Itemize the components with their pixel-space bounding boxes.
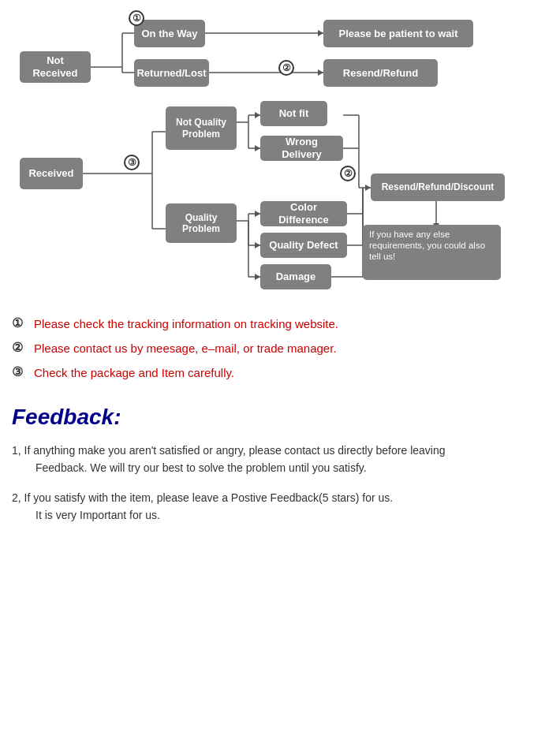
instruction-2: ② Please contact us by meesage, e–mail, … [12,340,548,356]
instruction-1-num: ① [12,315,29,330]
instruction-1-text: Please check the tracking information on… [34,315,338,332]
instruction-2-num: ② [12,340,29,355]
instruction-3-num: ③ [12,364,29,379]
box-if-you-have: If you have any else requirements, you c… [363,225,501,280]
svg-marker-30 [255,274,260,280]
box-not-received: Not Received [20,51,91,83]
box-resend-refund: Resend/Refund [323,59,438,87]
feedback-item-1-prefix: 1, If anything make you aren't satisfied… [12,442,548,459]
svg-marker-27 [255,242,260,248]
feedback-item-2-indent: It is very Important for us. [12,506,548,524]
circle-2b: ② [340,166,356,181]
feedback-item-1: 1, If anything make you aren't satisfied… [12,442,548,477]
svg-marker-17 [255,112,260,118]
box-wrong-delivery: Wrong Delivery [260,136,343,161]
box-received: Received [20,158,83,189]
instruction-3: ③ Check the package and Item carefully. [12,364,548,381]
box-resend-refund-discount: Resend/Refund/Discount [371,174,505,201]
box-quality-problem: Quality Problem [166,203,237,243]
instruction-1: ① Please check the tracking information … [12,315,548,332]
box-patient-wait: Please be patient to wait [323,20,473,47]
flowchart-area: Not Received On the Way Returned/Lost Pl… [12,8,548,308]
svg-marker-6 [318,30,323,36]
feedback-item-1-indent: Feedback. We will try our best to solve … [12,459,548,476]
svg-marker-34 [365,185,371,191]
svg-marker-24 [255,211,260,217]
feedback-item-2-prefix: 2, If you satisfy with the item, please … [12,489,548,506]
circle-1: ① [129,10,144,26]
feedback-title: Feedback: [12,405,548,430]
feedback-section: Feedback: 1, If anything make you aren't… [12,405,548,524]
box-color-difference: Color Difference [260,201,347,226]
box-quality-defect: Quality Defect [260,233,347,258]
instructions-section: ① Please check the tracking information … [12,315,548,381]
box-not-fit: Not fit [260,101,327,126]
box-not-quality-problem: Not Quality Problem [166,106,237,150]
svg-marker-8 [318,69,323,76]
box-on-the-way: On the Way [134,20,205,47]
box-damage: Damage [260,264,331,289]
svg-marker-20 [255,145,260,151]
circle-2a: ② [278,60,294,76]
circle-3: ③ [124,155,140,170]
instruction-3-text: Check the package and Item carefully. [34,364,234,381]
instruction-2-text: Please contact us by meesage, e–mail, or… [34,340,337,356]
box-returned-lost: Returned/Lost [134,59,209,87]
feedback-item-2: 2, If you satisfy with the item, please … [12,489,548,524]
